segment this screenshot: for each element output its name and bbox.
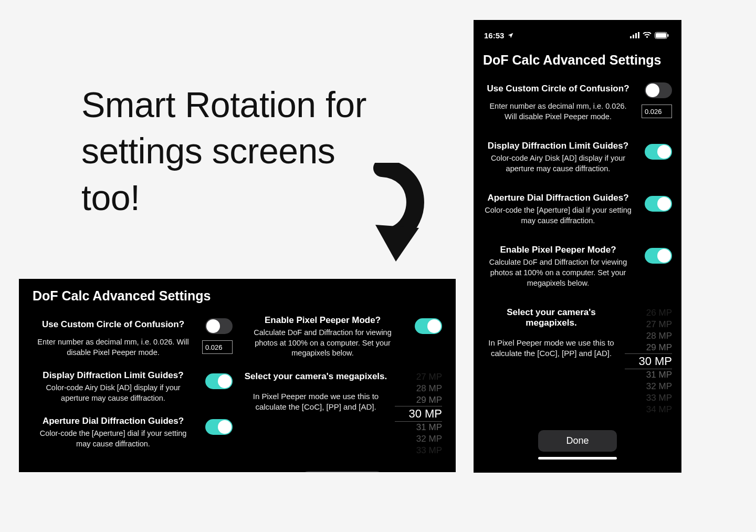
mp-option: 29 MP [395, 394, 442, 406]
setting-row-diffraction: Display Diffraction Limit Guides? Color-… [33, 370, 233, 403]
setting-label-coc: Use Custom Circle of Confusion? [483, 84, 633, 94]
setting-label-aperture: Aperture Dial Diffraction Guides? [33, 416, 194, 426]
setting-desc-megapixels: In Pixel Peeper mode we use this to calc… [483, 338, 620, 359]
setting-label-diffraction: Display Diffraction Limit Guides? [483, 141, 633, 151]
toggle-coc[interactable] [645, 82, 672, 98]
svg-rect-0 [630, 36, 632, 38]
setting-desc-pixelpeeper: Calculate DoF and Diffraction for viewin… [483, 257, 633, 288]
toggle-diffraction[interactable] [645, 144, 672, 160]
setting-desc-diffraction: Color-code Airy Disk [AD] display if you… [483, 153, 633, 174]
svg-rect-5 [656, 33, 666, 38]
svg-rect-3 [638, 32, 639, 38]
setting-desc-diffraction: Color-code Airy Disk [AD] display if you… [33, 383, 194, 403]
mp-option: 26 MP [625, 307, 672, 319]
setting-label-pixelpeeper: Enable Pixel Peeper Mode? [483, 245, 633, 255]
coc-input[interactable]: 0.026 [202, 340, 233, 354]
setting-desc-aperture: Color-code the [Aperture] dial if your s… [33, 429, 194, 449]
curved-arrow-icon [357, 163, 430, 268]
done-button[interactable]: Done [303, 471, 382, 472]
done-button[interactable]: Done [538, 430, 617, 452]
toggle-aperture[interactable] [205, 419, 233, 435]
mp-option: 31 MP [395, 422, 442, 433]
setting-row-megapixels: Select your camera's megapixels. In Pixe… [242, 371, 442, 456]
setting-desc-aperture: Color-code the [Aperture] dial if your s… [483, 205, 633, 226]
toggle-pixelpeeper[interactable] [645, 248, 672, 264]
mp-option: 33 MP [395, 445, 442, 456]
mp-option: 32 MP [395, 433, 442, 445]
status-time: 16:53 [484, 31, 504, 40]
setting-label-coc: Use Custom Circle of Confusion? [33, 319, 194, 330]
setting-label-megapixels: Select your camera's megapixels. [242, 371, 390, 382]
setting-row-pixelpeeper: Enable Pixel Peeper Mode? Calculate DoF … [483, 245, 672, 288]
home-indicator [538, 457, 617, 460]
setting-row-megapixels: Select your camera's megapixels. In Pixe… [483, 307, 672, 415]
setting-desc-coc: Enter number as decimal mm, i.e. 0.026. … [33, 337, 194, 358]
svg-rect-6 [668, 34, 669, 37]
mp-option: 29 MP [625, 342, 672, 353]
setting-row-aperture: Aperture Dial Diffraction Guides? Color-… [33, 416, 233, 449]
page-title: DoF Calc Advanced Settings [33, 288, 442, 304]
mp-option: 34 MP [625, 404, 672, 415]
setting-row-coc: Use Custom Circle of Confusion? Enter nu… [33, 315, 233, 358]
settings-screen-portrait: 16:53 DoF Calc Advanced Settings [474, 20, 681, 473]
status-bar: 16:53 [483, 29, 672, 41]
cellular-signal-icon [630, 32, 639, 38]
setting-label-aperture: Aperture Dial Diffraction Guides? [483, 193, 633, 203]
toggle-coc[interactable] [205, 318, 233, 334]
setting-desc-coc: Enter number as decimal mm, i.e. 0.026. … [483, 101, 633, 122]
megapixel-picker[interactable]: 27 MP 28 MP 29 MP 30 MP 31 MP 32 MP 33 M… [395, 371, 442, 456]
mp-option: 27 MP [395, 371, 442, 383]
mp-selected: 30 MP [395, 406, 442, 422]
megapixel-picker[interactable]: 26 MP 27 MP 28 MP 29 MP 30 MP 31 MP 32 M… [625, 307, 672, 415]
setting-desc-megapixels: In Pixel Peeper mode we use this to calc… [242, 391, 390, 413]
mp-option: 27 MP [625, 319, 672, 330]
mp-option: 33 MP [625, 392, 672, 404]
setting-desc-pixelpeeper: Calculate DoF and Diffraction for viewin… [242, 328, 403, 359]
mp-option: 28 MP [395, 383, 442, 394]
setting-label-diffraction: Display Diffraction Limit Guides? [33, 370, 194, 381]
mp-option: 28 MP [625, 330, 672, 342]
setting-row-diffraction: Display Diffraction Limit Guides? Color-… [483, 141, 672, 174]
setting-row-coc: Use Custom Circle of Confusion? Enter nu… [483, 79, 672, 122]
marketing-headline: Smart Rotation for settings screens too! [81, 81, 375, 221]
svg-rect-2 [635, 33, 637, 38]
wifi-icon [643, 32, 652, 38]
toggle-pixelpeeper[interactable] [415, 318, 442, 334]
setting-label-megapixels: Select your camera's megapixels. [483, 307, 620, 328]
settings-screen-landscape: DoF Calc Advanced Settings Use Custom Ci… [19, 279, 456, 472]
battery-icon [655, 32, 669, 39]
coc-input[interactable]: 0.026 [642, 105, 672, 118]
mp-option: 32 MP [625, 381, 672, 392]
setting-row-pixelpeeper: Enable Pixel Peeper Mode? Calculate DoF … [242, 315, 442, 359]
setting-row-aperture: Aperture Dial Diffraction Guides? Color-… [483, 193, 672, 226]
setting-label-pixelpeeper: Enable Pixel Peeper Mode? [242, 315, 403, 326]
page-title: DoF Calc Advanced Settings [483, 53, 672, 68]
toggle-diffraction[interactable] [205, 373, 233, 389]
mp-option: 31 MP [625, 369, 672, 381]
svg-rect-1 [633, 35, 634, 38]
location-arrow-icon [507, 32, 514, 39]
toggle-aperture[interactable] [645, 196, 672, 212]
mp-selected: 30 MP [625, 353, 672, 369]
